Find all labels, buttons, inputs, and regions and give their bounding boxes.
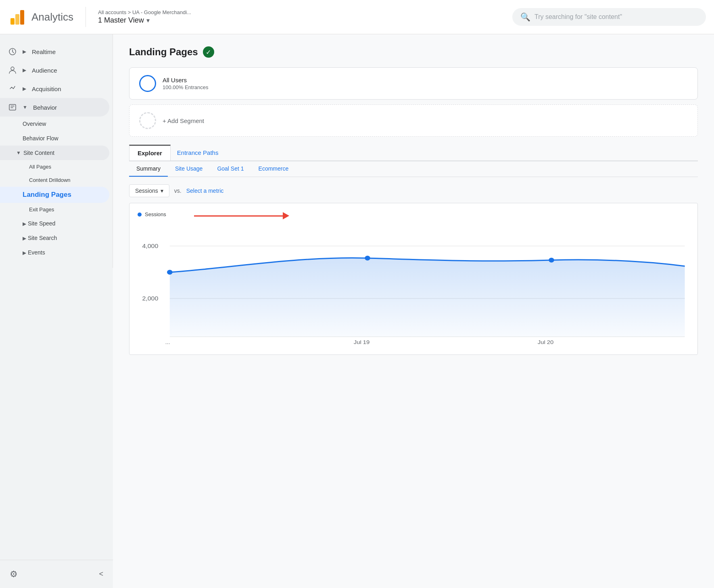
outer-tab-bar: Explorer Entrance Paths xyxy=(129,145,698,161)
chart-point-jul19 xyxy=(365,256,370,261)
person-icon xyxy=(8,66,17,75)
sidebar-wrapper: ▶ Realtime ▶ Audience ▶ Acquisition xyxy=(0,34,113,588)
red-arrowhead-icon xyxy=(283,212,289,219)
add-segment-card[interactable]: + Add Segment xyxy=(129,104,698,137)
chart-area: Sessions 4,000 2,000 xyxy=(129,203,698,355)
events-arrow: ▶ xyxy=(23,250,26,256)
sessions-dropdown-label: Sessions xyxy=(135,188,158,194)
verified-badge: ✓ xyxy=(203,46,214,58)
site-content-arrow: ▼ xyxy=(16,150,21,156)
all-users-sub: 100.00% Entrances xyxy=(163,84,208,90)
realtime-label: Realtime xyxy=(32,48,56,55)
add-segment-circle xyxy=(139,112,156,129)
chart-fill-area xyxy=(170,258,685,337)
inner-tab-bar: Summary Site Usage Goal Set 1 Ecommerce xyxy=(129,161,698,177)
svg-text:2,000: 2,000 xyxy=(142,295,158,302)
sidebar-bottom: ⚙ < xyxy=(0,560,113,588)
sidebar-item-site-speed[interactable]: ▶ Site Speed xyxy=(0,216,109,231)
sidebar-item-behavior-flow[interactable]: Behavior Flow xyxy=(0,131,109,146)
sidebar-item-all-pages[interactable]: All Pages xyxy=(0,160,109,173)
svg-text:4,000: 4,000 xyxy=(142,243,158,249)
realtime-arrow: ▶ xyxy=(23,49,26,54)
svg-rect-0 xyxy=(10,18,15,25)
search-icon: 🔍 xyxy=(520,12,530,22)
sidebar-item-exit-pages[interactable]: Exit Pages xyxy=(0,203,109,216)
clock-icon xyxy=(8,47,17,56)
sessions-dropdown[interactable]: Sessions ▾ xyxy=(129,184,169,197)
site-search-label: Site Search xyxy=(28,235,57,241)
acquisition-icon xyxy=(8,84,17,93)
search-bar[interactable]: 🔍 Try searching for "site content" xyxy=(512,8,706,26)
sidebar-item-landing-pages[interactable]: Landing Pages xyxy=(0,187,109,203)
top-header: Analytics All accounts > UA - Google Mer… xyxy=(0,0,714,34)
page-title-area: Landing Pages ✓ xyxy=(129,46,698,58)
sidebar-item-site-content[interactable]: ▼ Site Content xyxy=(0,146,109,160)
checkmark-icon: ✓ xyxy=(206,48,211,56)
sessions-dropdown-chevron: ▾ xyxy=(161,188,163,194)
legend-dot xyxy=(138,213,142,217)
tab-explorer[interactable]: Explorer xyxy=(129,145,171,161)
all-users-name: All Users xyxy=(163,77,208,83)
sidebar-item-overview[interactable]: Overview xyxy=(0,117,109,131)
chart-point-start xyxy=(167,270,173,275)
subtab-summary[interactable]: Summary xyxy=(129,161,168,177)
audience-arrow: ▶ xyxy=(23,67,26,73)
sessions-chart-svg: 4,000 2,000 xyxy=(138,224,689,345)
select-metric-link[interactable]: Select a metric xyxy=(186,188,224,194)
sidebar: ▶ Realtime ▶ Audience ▶ Acquisition xyxy=(0,34,113,268)
svg-rect-1 xyxy=(15,14,19,25)
sidebar-item-realtime[interactable]: ▶ Realtime xyxy=(0,42,109,61)
subtab-ecommerce[interactable]: Ecommerce xyxy=(251,161,296,177)
subtab-site-usage[interactable]: Site Usage xyxy=(168,161,210,177)
settings-icon[interactable]: ⚙ xyxy=(10,569,18,580)
sidebar-item-behavior[interactable]: ▼ Behavior xyxy=(0,98,109,117)
behavior-flow-label: Behavior Flow xyxy=(23,135,58,142)
overview-label: Overview xyxy=(23,121,46,127)
analytics-logo-icon xyxy=(8,8,27,26)
search-placeholder-text: Try searching for "site content" xyxy=(534,13,622,21)
site-search-arrow: ▶ xyxy=(23,236,26,241)
header-divider xyxy=(86,7,86,27)
account-info: All accounts > UA - Google Merchandi... … xyxy=(98,9,191,25)
all-users-info: All Users 100.00% Entrances xyxy=(163,77,208,90)
site-content-label: Site Content xyxy=(23,150,54,156)
all-pages-label: All Pages xyxy=(29,164,51,170)
svg-text:Jul 19: Jul 19 xyxy=(354,339,370,345)
legend-label: Sessions xyxy=(145,211,166,217)
svg-point-4 xyxy=(11,67,14,70)
acquisition-arrow: ▶ xyxy=(23,86,26,92)
account-selector[interactable]: 1 Master View ▾ xyxy=(98,16,191,25)
logo-area: Analytics xyxy=(8,8,73,26)
red-arrow-line xyxy=(194,215,283,217)
all-users-circle xyxy=(139,75,156,92)
svg-rect-5 xyxy=(9,104,16,110)
site-speed-arrow: ▶ xyxy=(23,221,26,227)
subtab-goal-set-1[interactable]: Goal Set 1 xyxy=(210,161,251,177)
tab-entrance-paths[interactable]: Entrance Paths xyxy=(171,145,225,160)
exit-pages-label: Exit Pages xyxy=(29,206,54,213)
svg-rect-2 xyxy=(20,10,24,25)
sidebar-item-site-search[interactable]: ▶ Site Search xyxy=(0,231,109,245)
chart-point-jul20 xyxy=(549,258,554,263)
sidebar-item-content-drilldown[interactable]: Content Drilldown xyxy=(0,173,109,187)
events-label: Events xyxy=(28,249,45,256)
behavior-label: Behavior xyxy=(33,104,57,111)
app-title: Analytics xyxy=(31,11,73,23)
body-layout: ▶ Realtime ▶ Audience ▶ Acquisition xyxy=(0,34,714,588)
svg-text:...: ... xyxy=(165,339,170,345)
landing-pages-label: Landing Pages xyxy=(23,191,71,198)
chevron-down-icon: ▾ xyxy=(146,17,150,24)
acquisition-label: Acquisition xyxy=(32,85,61,92)
sidebar-item-acquisition[interactable]: ▶ Acquisition xyxy=(0,79,109,98)
metric-controls: Sessions ▾ vs. Select a metric xyxy=(129,184,698,197)
audience-label: Audience xyxy=(32,67,57,74)
sidebar-item-audience[interactable]: ▶ Audience xyxy=(0,61,109,79)
account-selector-label: 1 Master View xyxy=(98,16,144,25)
main-content: Landing Pages ✓ All Users 100.00% Entran… xyxy=(113,34,714,588)
add-segment-label: + Add Segment xyxy=(163,117,204,124)
sidebar-item-events[interactable]: ▶ Events xyxy=(0,245,109,260)
behavior-arrow: ▼ xyxy=(23,104,27,110)
page-title: Landing Pages xyxy=(129,46,198,58)
content-drilldown-label: Content Drilldown xyxy=(29,177,71,183)
collapse-sidebar-icon[interactable]: < xyxy=(99,570,103,578)
